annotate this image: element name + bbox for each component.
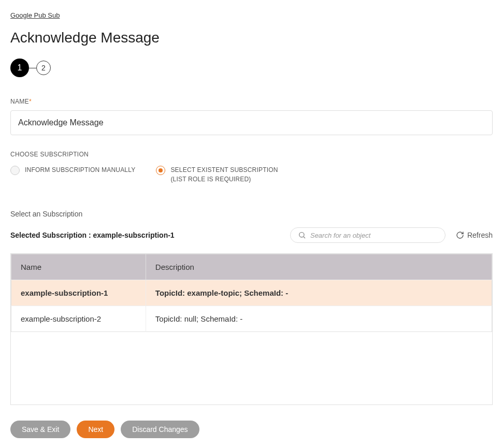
table-empty-area	[11, 332, 492, 404]
radio-circle-manual[interactable]	[10, 166, 20, 175]
subscription-table: Name Description example-subscription-1T…	[11, 254, 492, 332]
selected-subscription-text: Selected Subscription : example-subscrip…	[10, 231, 175, 239]
step-2[interactable]: 2	[36, 61, 51, 75]
stepper: 1 2	[10, 59, 493, 77]
svg-point-0	[299, 233, 304, 237]
required-indicator: *	[29, 98, 32, 105]
subscription-radio-group: INFORM SUBSCRIPTION MANUALLY SELECT EXIS…	[10, 165, 493, 184]
next-button[interactable]: Next	[77, 421, 114, 438]
breadcrumb-link[interactable]: Google Pub Sub	[10, 11, 60, 19]
table-header-name: Name	[11, 254, 146, 280]
name-input[interactable]	[10, 110, 493, 135]
svg-line-1	[304, 237, 305, 238]
radio-circle-existent[interactable]	[156, 166, 165, 175]
table-header-description: Description	[146, 254, 492, 280]
refresh-button[interactable]: Refresh	[456, 231, 493, 239]
table-header-row: Name Description	[11, 254, 492, 280]
subscription-header-row: Selected Subscription : example-subscrip…	[10, 227, 493, 243]
search-input[interactable]	[310, 232, 438, 239]
table-row[interactable]: example-subscription-1TopicId: example-t…	[11, 280, 492, 306]
select-subscription-label: Select an Subscription	[10, 210, 493, 218]
search-box[interactable]	[290, 227, 445, 243]
subscription-table-wrapper: Name Description example-subscription-1T…	[10, 253, 493, 405]
step-connector	[29, 68, 36, 68]
radio-option-manual[interactable]: INFORM SUBSCRIPTION MANUALLY	[10, 165, 135, 184]
search-refresh-group: Refresh	[290, 227, 493, 243]
radio-option-existent[interactable]: SELECT EXISTENT SUBSCRIPTION (LIST ROLE …	[156, 165, 291, 184]
table-cell-description: TopicId: null; SchemaId: -	[146, 306, 492, 332]
table-cell-name: example-subscription-1	[11, 280, 146, 306]
radio-label-manual: INFORM SUBSCRIPTION MANUALLY	[25, 165, 135, 175]
save-exit-button[interactable]: Save & Exit	[10, 421, 70, 438]
discard-button[interactable]: Discard Changes	[121, 421, 199, 438]
search-icon	[298, 231, 306, 239]
table-cell-description: TopicId: example-topic; SchemaId: -	[146, 280, 492, 306]
table-row[interactable]: example-subscription-2TopicId: null; Sch…	[11, 306, 492, 332]
step-1[interactable]: 1	[10, 59, 29, 77]
refresh-icon	[456, 231, 464, 239]
choose-subscription-label: CHOOSE SUBSCRIPTION	[10, 151, 493, 158]
action-button-row: Save & Exit Next Discard Changes	[10, 421, 493, 438]
table-cell-name: example-subscription-2	[11, 306, 146, 332]
name-field-label: NAME*	[10, 98, 493, 105]
page-title: Acknowledge Message	[10, 30, 493, 46]
radio-label-existent: SELECT EXISTENT SUBSCRIPTION (LIST ROLE …	[170, 165, 291, 184]
refresh-label: Refresh	[467, 231, 493, 239]
